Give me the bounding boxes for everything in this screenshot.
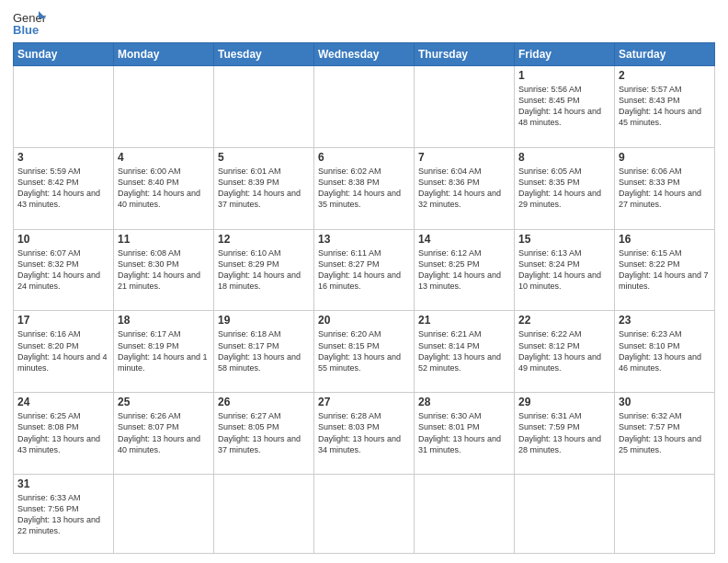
calendar-cell: [314, 66, 415, 148]
calendar-cell: 10Sunrise: 6:07 AM Sunset: 8:32 PM Dayli…: [14, 229, 114, 311]
day-info: Sunrise: 6:17 AM Sunset: 8:19 PM Dayligh…: [118, 328, 210, 373]
calendar-cell: 27Sunrise: 6:28 AM Sunset: 8:03 PM Dayli…: [314, 393, 415, 475]
calendar-week-5: 24Sunrise: 6:25 AM Sunset: 8:08 PM Dayli…: [14, 393, 715, 475]
calendar-header-wednesday: Wednesday: [314, 43, 415, 66]
day-number: 21: [418, 314, 510, 327]
day-number: 20: [318, 314, 410, 327]
calendar-cell: 16Sunrise: 6:15 AM Sunset: 8:22 PM Dayli…: [615, 229, 715, 311]
day-info: Sunrise: 6:33 AM Sunset: 7:56 PM Dayligh…: [17, 492, 109, 537]
calendar-table: SundayMondayTuesdayWednesdayThursdayFrid…: [13, 42, 715, 554]
day-info: Sunrise: 6:10 AM Sunset: 8:29 PM Dayligh…: [218, 247, 310, 293]
day-info: Sunrise: 6:32 AM Sunset: 7:57 PM Dayligh…: [619, 410, 711, 455]
day-info: Sunrise: 5:57 AM Sunset: 8:43 PM Dayligh…: [619, 84, 711, 129]
calendar-cell: 25Sunrise: 6:26 AM Sunset: 8:07 PM Dayli…: [114, 393, 214, 475]
calendar-week-1: 1Sunrise: 5:56 AM Sunset: 8:45 PM Daylig…: [14, 66, 715, 148]
day-info: Sunrise: 6:22 AM Sunset: 8:12 PM Dayligh…: [518, 328, 610, 373]
calendar-cell: 1Sunrise: 5:56 AM Sunset: 8:45 PM Daylig…: [515, 66, 615, 148]
day-info: Sunrise: 6:31 AM Sunset: 7:59 PM Dayligh…: [518, 410, 610, 455]
calendar-cell: [214, 475, 314, 554]
day-number: 26: [218, 396, 310, 408]
calendar-cell: [515, 475, 615, 554]
day-number: 31: [17, 477, 109, 490]
calendar-header-thursday: Thursday: [415, 43, 515, 66]
calendar-cell: 12Sunrise: 6:10 AM Sunset: 8:29 PM Dayli…: [214, 229, 314, 311]
calendar-cell: 31Sunrise: 6:33 AM Sunset: 7:56 PM Dayli…: [14, 475, 114, 554]
day-number: 23: [619, 314, 711, 327]
day-number: 6: [318, 151, 410, 164]
calendar-cell: 6Sunrise: 6:02 AM Sunset: 8:38 PM Daylig…: [314, 147, 415, 229]
calendar-cell: 21Sunrise: 6:21 AM Sunset: 8:14 PM Dayli…: [415, 311, 515, 393]
day-info: Sunrise: 6:20 AM Sunset: 8:15 PM Dayligh…: [318, 328, 410, 373]
day-number: 17: [17, 314, 109, 327]
calendar-cell: 4Sunrise: 6:00 AM Sunset: 8:40 PM Daylig…: [114, 147, 214, 229]
day-number: 30: [619, 396, 711, 408]
day-number: 24: [17, 396, 109, 408]
day-number: 3: [17, 151, 109, 164]
calendar-cell: 18Sunrise: 6:17 AM Sunset: 8:19 PM Dayli…: [114, 311, 214, 393]
day-info: Sunrise: 6:28 AM Sunset: 8:03 PM Dayligh…: [318, 410, 410, 455]
calendar-cell: 24Sunrise: 6:25 AM Sunset: 8:08 PM Dayli…: [14, 393, 114, 475]
calendar-cell: 11Sunrise: 6:08 AM Sunset: 8:30 PM Dayli…: [114, 229, 214, 311]
calendar-cell: 22Sunrise: 6:22 AM Sunset: 8:12 PM Dayli…: [515, 311, 615, 393]
day-number: 11: [118, 233, 210, 246]
day-number: 9: [619, 151, 711, 164]
day-number: 10: [17, 233, 109, 246]
day-info: Sunrise: 5:59 AM Sunset: 8:42 PM Dayligh…: [17, 166, 109, 211]
calendar-cell: 13Sunrise: 6:11 AM Sunset: 8:27 PM Dayli…: [314, 229, 415, 311]
day-info: Sunrise: 6:06 AM Sunset: 8:33 PM Dayligh…: [619, 166, 711, 211]
calendar-header-friday: Friday: [515, 43, 615, 66]
day-number: 28: [418, 396, 510, 408]
calendar-cell: 26Sunrise: 6:27 AM Sunset: 8:05 PM Dayli…: [214, 393, 314, 475]
calendar-cell: 15Sunrise: 6:13 AM Sunset: 8:24 PM Dayli…: [515, 229, 615, 311]
calendar-cell: 5Sunrise: 6:01 AM Sunset: 8:39 PM Daylig…: [214, 147, 314, 229]
calendar-cell: [114, 66, 214, 148]
day-number: 12: [218, 233, 310, 246]
calendar-cell: 3Sunrise: 5:59 AM Sunset: 8:42 PM Daylig…: [14, 147, 114, 229]
day-number: 19: [218, 314, 310, 327]
calendar-header-sunday: Sunday: [14, 43, 114, 66]
calendar-cell: 23Sunrise: 6:23 AM Sunset: 8:10 PM Dayli…: [615, 311, 715, 393]
day-info: Sunrise: 6:08 AM Sunset: 8:30 PM Dayligh…: [118, 247, 210, 293]
calendar-cell: 17Sunrise: 6:16 AM Sunset: 8:20 PM Dayli…: [14, 311, 114, 393]
day-info: Sunrise: 6:02 AM Sunset: 8:38 PM Dayligh…: [318, 166, 410, 211]
calendar-header-row: SundayMondayTuesdayWednesdayThursdayFrid…: [14, 43, 715, 66]
day-info: Sunrise: 5:56 AM Sunset: 8:45 PM Dayligh…: [518, 84, 610, 129]
calendar-cell: [14, 66, 114, 148]
calendar-cell: 2Sunrise: 5:57 AM Sunset: 8:43 PM Daylig…: [615, 66, 715, 148]
calendar-cell: 28Sunrise: 6:30 AM Sunset: 8:01 PM Dayli…: [415, 393, 515, 475]
day-info: Sunrise: 6:05 AM Sunset: 8:35 PM Dayligh…: [518, 166, 610, 211]
day-info: Sunrise: 6:11 AM Sunset: 8:27 PM Dayligh…: [318, 247, 410, 293]
page: General Blue SundayMondayTuesdayWednesda…: [0, 0, 728, 563]
calendar-cell: [314, 475, 415, 554]
calendar-cell: 20Sunrise: 6:20 AM Sunset: 8:15 PM Dayli…: [314, 311, 415, 393]
calendar-header-saturday: Saturday: [615, 43, 715, 66]
calendar-cell: [415, 66, 515, 148]
day-number: 18: [118, 314, 210, 327]
day-number: 16: [619, 233, 711, 246]
day-info: Sunrise: 6:00 AM Sunset: 8:40 PM Dayligh…: [118, 166, 210, 211]
day-number: 13: [318, 233, 410, 246]
day-number: 27: [318, 396, 410, 408]
calendar-cell: 9Sunrise: 6:06 AM Sunset: 8:33 PM Daylig…: [615, 147, 715, 229]
day-number: 29: [518, 396, 610, 408]
header: General Blue: [13, 9, 715, 37]
calendar-cell: [415, 475, 515, 554]
calendar-header-tuesday: Tuesday: [214, 43, 314, 66]
day-number: 4: [118, 151, 210, 164]
day-info: Sunrise: 6:21 AM Sunset: 8:14 PM Dayligh…: [418, 328, 510, 373]
day-info: Sunrise: 6:07 AM Sunset: 8:32 PM Dayligh…: [17, 247, 109, 293]
calendar-cell: 30Sunrise: 6:32 AM Sunset: 7:57 PM Dayli…: [615, 393, 715, 475]
calendar-week-6: 31Sunrise: 6:33 AM Sunset: 7:56 PM Dayli…: [14, 475, 715, 554]
calendar-cell: 7Sunrise: 6:04 AM Sunset: 8:36 PM Daylig…: [415, 147, 515, 229]
calendar-week-4: 17Sunrise: 6:16 AM Sunset: 8:20 PM Dayli…: [14, 311, 715, 393]
calendar-cell: 19Sunrise: 6:18 AM Sunset: 8:17 PM Dayli…: [214, 311, 314, 393]
svg-text:Blue: Blue: [13, 23, 39, 37]
day-info: Sunrise: 6:04 AM Sunset: 8:36 PM Dayligh…: [418, 166, 510, 211]
day-info: Sunrise: 6:30 AM Sunset: 8:01 PM Dayligh…: [418, 410, 510, 455]
day-number: 15: [518, 233, 610, 246]
calendar-week-2: 3Sunrise: 5:59 AM Sunset: 8:42 PM Daylig…: [14, 147, 715, 229]
calendar-cell: 14Sunrise: 6:12 AM Sunset: 8:25 PM Dayli…: [415, 229, 515, 311]
day-number: 1: [518, 69, 610, 82]
day-info: Sunrise: 6:16 AM Sunset: 8:20 PM Dayligh…: [17, 328, 109, 373]
logo: General Blue: [13, 9, 46, 37]
